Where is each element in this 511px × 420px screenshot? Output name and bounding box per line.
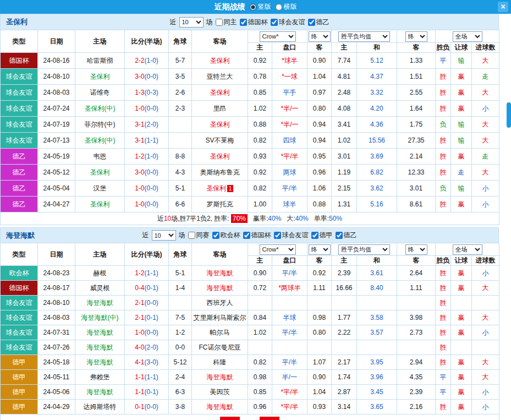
handicap-result-cell: 赢 — [451, 400, 472, 414]
away-team: 圣保利1 — [192, 181, 248, 197]
league-filter[interactable]: 德甲 — [311, 231, 333, 240]
avg-odds-select[interactable]: 胜平负均值 — [338, 31, 390, 42]
league-filter[interactable]: 球会友谊 — [271, 18, 305, 27]
col-score: 比分(半场) — [125, 243, 169, 266]
col-date: 日期 — [38, 30, 75, 53]
europe-draw-odds: 6.82 — [357, 165, 397, 181]
europe-home-odds: 1.74 — [332, 370, 357, 385]
same-checkbox[interactable] — [188, 232, 195, 239]
handicap-away-odds: 0.88 — [307, 197, 332, 212]
league-checkbox[interactable] — [308, 19, 315, 26]
europe-home-odds: 4.81 — [332, 69, 357, 85]
europe-draw-odds: 3.45 — [357, 385, 397, 400]
competition-badge: 德甲 — [1, 370, 38, 385]
bookmaker-select[interactable]: Crow* — [260, 244, 296, 255]
avg-odds-select[interactable]: 胜平负均值 — [338, 244, 390, 255]
league-checkbox[interactable] — [271, 19, 278, 26]
final-odds-select-1[interactable]: 终 — [309, 244, 331, 255]
scope-select[interactable]: 全场 — [453, 244, 482, 255]
match-date: 24-05-18 — [38, 355, 75, 370]
europe-away-odds: 1.33 — [397, 53, 436, 69]
match-date: 24-05-04 — [38, 181, 75, 197]
match-row: 欧会杯24-08-23赫根1-2(1-1)5-1海登海默0.90平/半0.922… — [1, 266, 499, 281]
league-checkbox[interactable] — [243, 232, 250, 239]
league-label: 德甲 — [320, 231, 333, 240]
europe-home-odds: 1.02 — [332, 133, 357, 149]
league-filter[interactable]: 球会友谊 — [274, 231, 309, 240]
single-label: 单率: — [314, 215, 329, 222]
league-filter[interactable]: 德乙 — [308, 18, 329, 27]
bookmaker-select[interactable]: Crow* — [260, 31, 296, 42]
handicap-away-odds: 0.93 — [307, 400, 332, 414]
competition-badge: 德甲 — [1, 355, 38, 370]
competition-badge: 德乙 — [1, 149, 38, 165]
match-date: 24-07-24 — [38, 101, 75, 117]
goals-result-cell: 大 — [472, 370, 499, 385]
handicap-line — [272, 340, 307, 355]
league-filter[interactable]: 德乙 — [336, 231, 357, 240]
layout-option-horizontal[interactable]: 横版 — [276, 2, 297, 12]
score: 0-1(0-0) — [125, 400, 169, 414]
match-count-select[interactable]: 10 — [179, 17, 204, 28]
handicap-home-odds — [248, 340, 272, 355]
same-filter[interactable]: 同主 — [216, 18, 237, 27]
result-cell: 负 — [436, 181, 451, 197]
home-team: 圣保利(中) — [75, 133, 125, 149]
close-icon[interactable]: × — [498, 2, 508, 12]
match-count-select[interactable]: 10 — [152, 230, 176, 241]
europe-draw-odds: 15.56 — [357, 133, 397, 149]
goals-result-cell: 大 — [472, 281, 499, 296]
league-checkbox[interactable] — [240, 19, 247, 26]
corner-stat: 3-8 — [169, 400, 192, 414]
goals-result-cell: 小 — [472, 325, 499, 340]
league-checkbox[interactable] — [311, 232, 318, 239]
final-odds-select-1[interactable]: 终 — [309, 31, 331, 42]
europe-draw-odds: 3.96 — [357, 370, 397, 385]
col-home: 主场 — [75, 30, 125, 53]
summary-prefix: 近 — [157, 215, 164, 222]
handicap-line: *平/半 — [272, 400, 307, 414]
goals-result-cell: 大 — [472, 117, 499, 133]
home-team: 汉堡 — [75, 181, 125, 197]
league-checkbox[interactable] — [274, 232, 281, 239]
goals-result-cell: 小 — [472, 101, 499, 117]
league-checkbox[interactable] — [212, 232, 219, 239]
handicap-result-cell: 输 — [451, 133, 472, 149]
matches-tbody: 德国杯24-08-16哈雷斯彻2-2(1-0)5-7圣保利0.92*球半0.90… — [1, 53, 499, 212]
horizontal-radio[interactable] — [276, 4, 282, 10]
league-filter[interactable]: 德国杯 — [240, 18, 268, 27]
same-checkbox[interactable] — [216, 19, 223, 26]
filter-bar: 近 10 场 同赛 欧会杯德国杯球会友谊德甲德乙 — [142, 230, 357, 241]
home-team: 韦恩 — [75, 149, 125, 165]
col-odds-home: 主 — [248, 43, 272, 53]
win-rate-badge: 70% — [231, 214, 248, 223]
league-filter[interactable]: 欧会杯 — [212, 231, 240, 240]
handicap-result-cell: 赢 — [451, 355, 472, 370]
scope-select[interactable]: 全场 — [453, 31, 482, 42]
away-team: 圣保利 — [192, 149, 248, 165]
final-odds-select-2[interactable]: 终 — [405, 31, 427, 42]
competition-badge: 欧会杯 — [1, 266, 38, 281]
league-filter[interactable]: 德国杯 — [243, 231, 271, 240]
away-team: 海登海默 — [192, 281, 248, 296]
final-odds-cell-1: 终 — [307, 30, 332, 43]
vertical-radio[interactable] — [250, 4, 256, 10]
col-odds-home: 主 — [248, 256, 272, 266]
result-cell: 胜 — [436, 85, 451, 101]
score: 1-0(0-0) — [125, 101, 169, 117]
league-checkbox[interactable] — [336, 232, 343, 239]
handicap-result-cell: 赢 — [451, 149, 472, 165]
handicap-line: *半/一 — [272, 117, 307, 133]
layout-option-vertical[interactable]: 竖版 — [250, 2, 271, 12]
match-row: 德甲24-04-29达姆斯塔特0-1(0-0)3-8海登海默0.96*平/半0.… — [1, 400, 499, 414]
corner-stat: 5-12 — [169, 355, 192, 370]
col-type: 类型 — [1, 243, 38, 266]
same-filter[interactable]: 同赛 — [188, 231, 210, 240]
competition-badge: 球会友谊 — [1, 310, 38, 325]
europe-draw-odds: 3.69 — [357, 149, 397, 165]
match-row: 球会友谊24-07-26海登海默4-0(2-0)0-0FC诺尔曼尼亚胜 — [1, 340, 499, 355]
match-row: 球会友谊24-07-24圣保利(中)1-0(0-0)2-3里昂1.02*半/一0… — [1, 101, 499, 117]
final-odds-select-2[interactable]: 终 — [405, 244, 427, 255]
league-label: 德乙 — [316, 18, 329, 27]
scrollbar-thumb[interactable] — [507, 102, 511, 128]
